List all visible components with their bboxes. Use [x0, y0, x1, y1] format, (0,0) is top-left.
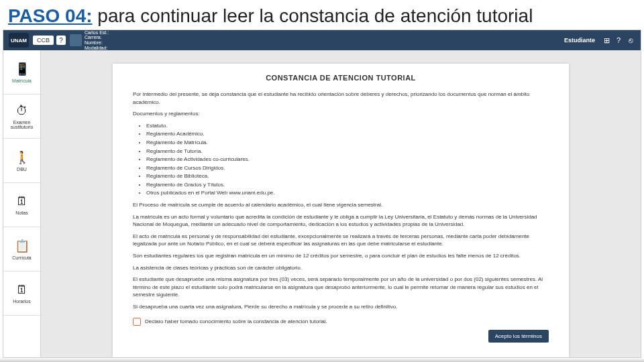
sidebar-icon: 🗓	[16, 283, 28, 297]
sidebar-icon: 🚶	[15, 150, 30, 165]
sidebar-icon: 🗓	[16, 194, 28, 208]
content-area: CONSTANCIA DE ATENCION TUTORIAL Por inte…	[41, 50, 641, 357]
step-rest: para continuar leer la constancia de ate…	[93, 5, 533, 26]
declare-checkbox[interactable]	[133, 318, 141, 326]
sidebar-item-label: Horarios	[13, 299, 30, 304]
user-line: Nombre:	[85, 40, 109, 46]
document-card: CONSTANCIA DE ATENCION TUTORIAL Por inte…	[113, 64, 569, 357]
role-label: Estudiante	[564, 37, 595, 44]
doc-para: El estudiante que desapruebe una misma a…	[133, 276, 549, 299]
docs-list-item: Reglamento Académico.	[146, 130, 549, 138]
sidebar-item-label: Matrícula	[12, 78, 32, 83]
sidebar-icon: 📱	[15, 62, 30, 76]
doc-para: La asistencia de clases teóricas y práct…	[133, 264, 549, 272]
sidebar-item-notas[interactable]: 🗓Notas	[3, 183, 40, 227]
docs-list-item: Reglamento de Biblioteca.	[146, 172, 549, 180]
docs-list-item: Reglamento de Tutoría.	[146, 147, 549, 156]
doc-para: La matrícula es un acto formal y volunta…	[133, 213, 549, 229]
docs-list-item: Reglamento de Actividades co-curriculare…	[146, 156, 549, 164]
declare-text: Declaro haber tomado conocimiento sobre …	[145, 318, 327, 326]
help-icon[interactable]: ?	[614, 36, 623, 45]
docs-list-item: Reglamento de Matrícula.	[146, 139, 549, 147]
unam-logo: UNAM	[9, 33, 29, 48]
logout-icon[interactable]: ⎋	[626, 36, 635, 45]
top-bar: UNAM CCB ? Carlos Est.: Carrera: Nombre:…	[3, 30, 641, 50]
sidebar-item-label: DBU	[17, 167, 27, 172]
doc-para: Son estudiantes regulares los que regist…	[133, 252, 549, 260]
sidebar-item-dbu[interactable]: 🚶DBU	[3, 139, 40, 183]
docs-list-item: Reglamento de Cursos Dirigidos.	[146, 164, 549, 172]
docs-list-item: Estatuto.	[146, 122, 549, 130]
sidebar-item-examen[interactable]: ⏱Examensustitutorio	[3, 95, 40, 139]
declare-row: Declaro haber tomado conocimiento sobre …	[133, 318, 549, 326]
sidebar-icon: 📋	[15, 239, 30, 253]
sidebar: 📱Matrícula⏱Examensustitutorio🚶DBU🗓Notas📋…	[3, 50, 41, 357]
doc-para: Si desaprueba una cuarta vez una asignat…	[133, 303, 549, 311]
user-line: Carlos Est.:	[85, 30, 109, 36]
docs-list-item: Otros publicados en el Portal Web www.un…	[146, 189, 549, 197]
sidebar-item-label: Examensustitutorio	[11, 120, 34, 129]
user-info: Carlos Est.: Carrera: Nombre: Modalidad:	[85, 30, 109, 51]
docs-label: Documentos y reglamentos:	[133, 110, 549, 118]
docs-list: Estatuto.Reglamento Académico.Reglamento…	[146, 122, 549, 197]
docs-list-item: Reglamento de Grados y Títulos.	[146, 181, 549, 189]
avatar	[70, 34, 82, 46]
sidebar-item-horarios[interactable]: 🗓Horarios	[3, 272, 40, 316]
app-window: UNAM CCB ? Carlos Est.: Carrera: Nombre:…	[3, 29, 641, 358]
sidebar-item-label: Notas	[15, 210, 28, 215]
doc-para: El Proceso de matrícula se cumple de acu…	[133, 201, 549, 209]
sidebar-item-matrícula[interactable]: 📱Matrícula	[3, 50, 40, 95]
user-line: Carrera:	[85, 35, 109, 40]
step-label: PASO 04:	[8, 5, 93, 26]
accept-terms-button[interactable]: Acepto los términos	[488, 330, 549, 343]
doc-title: CONSTANCIA DE ATENCION TUTORIAL	[133, 73, 549, 84]
apps-grid-icon[interactable]: ⊞	[602, 36, 611, 45]
help-button[interactable]: ?	[56, 36, 66, 45]
bottom-shadow	[0, 358, 644, 362]
sidebar-item-label: Currícula	[12, 255, 31, 260]
sidebar-icon: ⏱	[16, 104, 28, 118]
doc-para: El acto de matrícula es personal y de re…	[133, 233, 549, 248]
page-heading: PASO 04: para continuar leer la constanc…	[0, 0, 644, 29]
doc-intro: Por intermedio del presente, se deja con…	[133, 90, 549, 106]
sidebar-item-currícula[interactable]: 📋Currícula	[3, 227, 40, 272]
program-select[interactable]: CCB	[33, 36, 54, 45]
